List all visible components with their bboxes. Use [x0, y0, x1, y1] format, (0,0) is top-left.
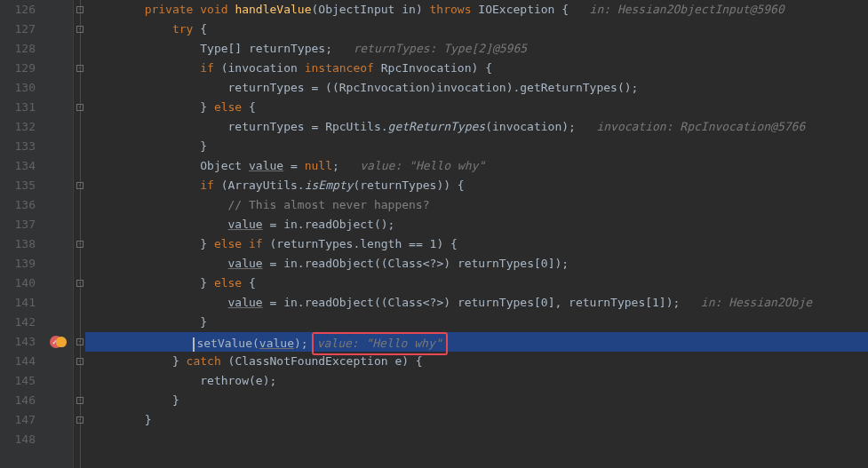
token-pun: )) { — [436, 178, 464, 192]
fold-toggle-icon[interactable]: - — [76, 26, 84, 33]
token-pun: . — [298, 257, 305, 270]
code-line[interactable]: try { — [89, 20, 868, 39]
line-number[interactable]: 148 — [0, 430, 36, 449]
token-pun: ( — [485, 120, 492, 133]
token-pun — [298, 61, 305, 75]
code-line[interactable]: private void handleValue(ObjectInput in)… — [89, 0, 868, 20]
code-area[interactable]: private void handleValue(ObjectInput in)… — [85, 0, 868, 468]
line-number[interactable]: 136 — [0, 195, 36, 215]
line-number[interactable]: 138 — [0, 234, 36, 254]
token-ident: length — [360, 237, 402, 250]
line-number[interactable]: 127 — [0, 20, 36, 39]
fold-toggle-icon[interactable]: - — [76, 338, 84, 345]
token-kw: void — [200, 3, 227, 16]
fold-toggle-icon[interactable]: - — [76, 65, 84, 72]
token-ident: invocation — [492, 120, 561, 133]
line-number[interactable]: 128 — [0, 39, 36, 59]
intention-bulb-icon[interactable] — [56, 337, 67, 347]
token-kw: throws — [430, 3, 472, 16]
code-line[interactable]: } catch (ClassNotFoundException e) { — [89, 352, 868, 371]
token-kw: else if — [214, 237, 263, 250]
line-number[interactable]: 134 — [0, 156, 36, 176]
line-number[interactable]: 137 — [0, 215, 36, 234]
line-number[interactable]: 145 — [0, 371, 36, 391]
fold-toggle-icon[interactable]: - — [76, 104, 84, 111]
line-number[interactable]: 144 — [0, 352, 36, 371]
line-number-gutter[interactable]: 1261271281291301311321331341351361371381… — [0, 0, 43, 468]
token-kw: else — [214, 276, 242, 290]
line-number[interactable]: 131 — [0, 98, 36, 117]
token-pun: [ — [534, 257, 541, 270]
token-ident: in — [283, 296, 298, 309]
code-line[interactable]: value = in.readObject(); — [89, 215, 868, 234]
token-pun: = — [283, 159, 304, 172]
code-line[interactable]: returnTypes = ((RpcInvocation)invocation… — [89, 78, 868, 98]
code-line[interactable]: setValue(value);value: "Hello why" — [89, 332, 868, 352]
line-number[interactable]: 143 — [0, 332, 36, 352]
line-number[interactable]: 142 — [0, 313, 36, 332]
gutter-marks[interactable] — [43, 0, 73, 468]
fold-column[interactable]: ----------- — [73, 0, 85, 468]
code-line[interactable]: rethrow(e); — [89, 371, 868, 391]
line-number[interactable]: 139 — [0, 254, 36, 274]
fold-toggle-icon[interactable]: - — [76, 241, 84, 248]
token-type: ClassNotFoundException — [235, 354, 387, 368]
code-line[interactable]: } — [89, 391, 868, 410]
token-pun: ; — [325, 42, 353, 55]
token-pun: ) — [443, 257, 458, 270]
token-ident: returnTypes — [458, 296, 534, 309]
fold-toggle-icon[interactable]: - — [76, 416, 84, 424]
line-number[interactable]: 141 — [0, 293, 36, 313]
token-pun: } — [200, 139, 207, 153]
line-number[interactable]: 126 — [0, 0, 36, 20]
token-pun: ( — [252, 337, 259, 350]
token-pun: } — [200, 237, 214, 250]
line-number[interactable]: 140 — [0, 274, 36, 293]
line-number[interactable]: 132 — [0, 117, 36, 137]
line-number[interactable]: 146 — [0, 391, 36, 410]
token-pun: } — [200, 276, 214, 290]
code-line[interactable]: } else { — [89, 274, 868, 293]
code-line[interactable]: } — [89, 410, 868, 430]
code-line[interactable]: if (ArrayUtils.isEmpty(returnTypes)) { — [89, 176, 868, 195]
line-number[interactable]: 135 — [0, 176, 36, 195]
token-pun: ( — [249, 374, 256, 387]
fold-toggle-icon[interactable]: - — [76, 280, 84, 287]
code-line[interactable] — [89, 430, 868, 449]
fold-toggle-icon[interactable]: - — [76, 358, 84, 365]
fold-toggle-icon[interactable]: - — [76, 182, 84, 189]
code-line[interactable]: // This almost never happens? — [89, 195, 868, 215]
token-kw: null — [305, 159, 332, 172]
fold-toggle-icon[interactable]: - — [76, 6, 84, 13]
token-ident: returnTypes — [276, 237, 353, 250]
code-line[interactable]: Type[] returnTypes; returnTypes: Type[2]… — [89, 39, 868, 59]
line-number[interactable]: 147 — [0, 410, 36, 430]
code-line[interactable]: Object value = null; value: "Hello why" — [89, 156, 868, 176]
token-num: 0 — [541, 296, 548, 309]
code-line[interactable]: } else { — [89, 98, 868, 117]
code-editor[interactable]: 1261271281291301311321331341351361371381… — [0, 0, 868, 468]
code-line[interactable]: } — [89, 137, 868, 156]
token-param: in — [402, 3, 416, 16]
code-line[interactable]: } — [89, 313, 868, 332]
code-line[interactable]: value = in.readObject((Class<?>) returnT… — [89, 254, 868, 274]
token-kw: if — [200, 178, 214, 192]
fold-toggle-icon[interactable]: - — [76, 397, 84, 404]
token-ident: returnTypes — [249, 42, 325, 55]
code-line[interactable]: if (invocation instanceof RpcInvocation)… — [89, 59, 868, 78]
token-method-static: getReturnTypes — [388, 120, 486, 133]
line-number[interactable]: 130 — [0, 78, 36, 98]
token-pun — [374, 61, 381, 75]
token-pun: { — [242, 276, 256, 290]
token-type: RpcUtils — [325, 120, 381, 133]
token-method-call: readObject — [305, 218, 374, 231]
token-num: 1 — [652, 296, 659, 309]
line-number[interactable]: 133 — [0, 137, 36, 156]
token-pun: ); — [561, 120, 596, 133]
token-pun: { — [193, 22, 207, 36]
token-kw: catch — [187, 354, 221, 368]
code-line[interactable]: returnTypes = RpcUtils.getReturnTypes(in… — [89, 117, 868, 137]
code-line[interactable]: } else if (returnTypes.length == 1) { — [89, 234, 868, 254]
line-number[interactable]: 129 — [0, 59, 36, 78]
code-line[interactable]: value = in.readObject((Class<?>) returnT… — [89, 293, 868, 313]
